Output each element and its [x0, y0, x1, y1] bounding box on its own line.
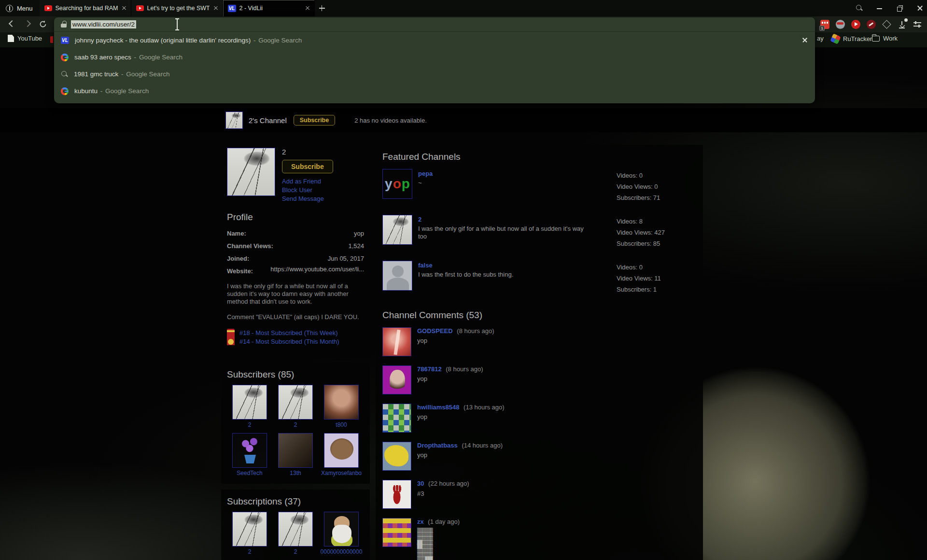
profile-value: Jun 05, 2017 [328, 252, 364, 265]
subscriber-avatar[interactable] [232, 433, 267, 468]
bookmark-work-folder[interactable]: Work [872, 35, 898, 42]
url-input[interactable]: www.vidlii.com/user/2 [54, 17, 815, 32]
container-extension-icon[interactable] [882, 20, 891, 29]
page-icon [8, 35, 14, 42]
subscriber-avatar[interactable] [324, 385, 359, 420]
featured-avatar[interactable] [382, 261, 412, 291]
suggestion-row-3[interactable]: 1981 gmc truck - Google Search [54, 66, 815, 83]
featured-channel-name[interactable]: false [418, 262, 611, 269]
commenter-avatar[interactable] [382, 327, 411, 356]
ascii-art-comment: ▒▒▒▒▒▒ ▒▒▒▒▒▒ ▒▒▒▒▒▒ ██▒▒▒▒ ██▒▒▒▒ ▒▒▒▒▒… [417, 528, 460, 560]
tab-1[interactable]: Searching for bad RAM on [40, 0, 131, 16]
remove-suggestion-icon[interactable] [801, 37, 808, 43]
tab-close-icon[interactable] [213, 5, 219, 11]
downloader-extension-icon[interactable] [867, 20, 876, 29]
commenter-name[interactable]: GODSPEED [417, 327, 453, 335]
subscribe-button-profile[interactable]: Subscribe [282, 160, 333, 173]
subscription-avatar[interactable] [278, 512, 313, 546]
profile-value: yop [354, 227, 364, 240]
subscription-avatar[interactable] [324, 512, 359, 546]
text-cursor-ibeam [177, 19, 178, 30]
tab-title: 2 - VidLii [239, 5, 301, 12]
featured-avatar[interactable] [382, 215, 412, 245]
commenter-avatar[interactable] [382, 480, 411, 509]
commenter-name[interactable]: 7867812 [417, 365, 442, 373]
commenter-name[interactable]: 30 [417, 480, 424, 487]
award-link-month[interactable]: #14 - Most Subscribed (This Month) [239, 337, 339, 346]
featured-stat: Videos: 8 [617, 216, 696, 227]
bookmark-partial[interactable]: ay [817, 35, 824, 42]
menu-button[interactable]: Menu [0, 0, 40, 16]
no-videos-message: 2 has no videos available. [354, 117, 427, 124]
channel-banner: 2's Channel Subscribe 2 has no videos av… [0, 108, 927, 132]
subscribe-button-banner[interactable]: Subscribe [294, 115, 335, 126]
profile-description: I was the only gif for a while but now a… [227, 282, 364, 321]
adblock-extension-icon[interactable]: 1 [820, 20, 829, 29]
subscriber-item[interactable]: t800 [319, 385, 364, 428]
subscriber-avatar[interactable] [232, 385, 267, 420]
subscription-avatar[interactable] [232, 512, 267, 546]
tab-close-icon[interactable] [305, 5, 310, 11]
subscriber-avatar[interactable] [278, 433, 313, 468]
reload-button[interactable] [39, 20, 47, 28]
award-link-week[interactable]: #18 - Most Subscribed (This Week) [239, 329, 339, 337]
bookmark-rutracker[interactable]: RuTracker [831, 35, 872, 43]
featured-stat: Video Views: 11 [617, 273, 696, 284]
subscription-item[interactable]: 0000000000000 [319, 512, 364, 555]
subscriber-avatar[interactable] [324, 433, 359, 468]
commenter-avatar[interactable] [382, 442, 411, 471]
tab-close-icon[interactable] [121, 5, 127, 11]
subscriber-item[interactable]: 13th [273, 433, 318, 476]
suggestion-row-2[interactable]: saab 93 aero specs - Google Search [54, 49, 815, 66]
commenter-name[interactable]: zx [417, 518, 424, 525]
add-as-friend-link[interactable]: Add as Friend [282, 177, 333, 186]
comment-time: (1 day ago) [428, 518, 460, 525]
settings-sliders-icon[interactable] [913, 20, 922, 29]
suggestion-row-1[interactable]: VL johnny paycheck - the outlaw (origina… [54, 32, 815, 49]
commenter-name[interactable]: Dropthatbass [417, 442, 458, 449]
commenter-avatar[interactable] [382, 518, 411, 547]
comment-body: yop [417, 451, 503, 459]
featured-stat: Subscribers: 85 [617, 238, 696, 249]
profile-avatar [227, 148, 275, 196]
tab-2[interactable]: Let's try to get the SWTPC [131, 0, 223, 16]
forward-button[interactable] [24, 20, 31, 27]
featured-channel-name[interactable]: 2 [418, 216, 611, 223]
search-icon[interactable] [856, 4, 863, 12]
tab-bar: Menu Searching for bad RAM on Let's try … [0, 0, 927, 16]
back-button[interactable] [9, 20, 15, 27]
menu-label: Menu [17, 5, 33, 12]
featured-avatar[interactable]: yop [382, 169, 412, 199]
minimize-button[interactable] [876, 4, 884, 12]
website-link[interactable]: https://www.youtube.com/user/li... [270, 265, 364, 278]
new-tab-button[interactable] [315, 0, 329, 16]
featured-channel-name[interactable]: pepa [418, 170, 611, 177]
close-button[interactable] [916, 4, 924, 12]
restore-button[interactable] [896, 4, 904, 12]
subscription-item[interactable]: 2 [227, 512, 272, 555]
suggestion-row-4[interactable]: kubuntu - Google Search [54, 83, 815, 99]
subscriber-avatar[interactable] [278, 385, 313, 420]
subscriber-item[interactable]: 2 [273, 385, 318, 428]
commenter-avatar[interactable] [382, 365, 411, 394]
bookmark-youtube[interactable]: YouTube [8, 35, 42, 42]
comment-time: (8 hours ago) [446, 365, 483, 373]
subscriber-item[interactable]: Xamyrosefanbo [319, 433, 364, 476]
comment-time: (8 hours ago) [457, 327, 494, 335]
tab-3-active[interactable]: VL 2 - VidLii [223, 0, 315, 16]
comment-body: yop [417, 337, 494, 344]
commenter-avatar[interactable] [382, 404, 411, 433]
block-user-link[interactable]: Block User [282, 186, 333, 195]
subscriber-item[interactable]: SeedTech [227, 433, 272, 476]
send-message-link[interactable]: Send Message [282, 195, 333, 203]
downloads-icon[interactable] [898, 20, 907, 29]
avatar-extension-icon[interactable] [836, 20, 845, 29]
video-extension-icon[interactable] [851, 20, 860, 29]
subscriber-item[interactable]: 2 [227, 385, 272, 428]
folder-icon [872, 36, 880, 42]
subscription-item[interactable]: 2 [273, 512, 318, 555]
tab-title: Let's try to get the SWTPC [147, 5, 210, 12]
commenter-name[interactable]: hwilliams8548 [417, 404, 459, 411]
comment-body-link[interactable]: #3 [417, 490, 469, 498]
subscriptions-card: Subscriptions (37) 2 2 0000000000000 [221, 490, 370, 560]
